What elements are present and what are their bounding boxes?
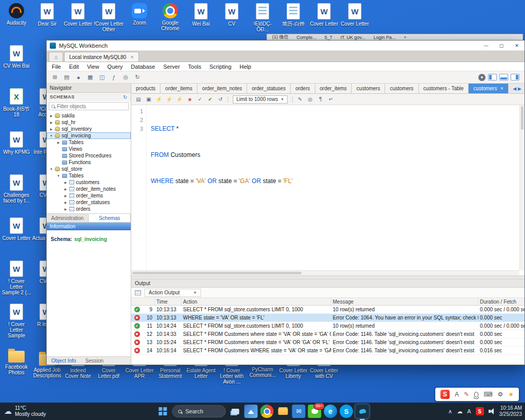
expander-icon[interactable] — [56, 141, 60, 144]
background-window-tab[interactable]: IT. UK gov... — [340, 35, 365, 40]
desktop-icon[interactable]: CV Wei Bai — [1, 44, 32, 87]
start-button[interactable] — [156, 405, 170, 418]
beautify-icon[interactable]: ✎ — [295, 95, 305, 104]
menu-item[interactable]: Scripting — [206, 64, 236, 70]
expander-icon[interactable] — [49, 168, 53, 171]
handwriting-icon[interactable]: ✎ — [464, 391, 469, 398]
execute-current-icon[interactable]: ⚡ — [165, 95, 174, 104]
toolbox-icon[interactable]: ⚙ — [497, 391, 503, 398]
close-icon[interactable]: ✕ — [500, 86, 503, 91]
task-view-button[interactable] — [229, 405, 242, 418]
background-window-tab[interactable]: 5_7 — [325, 35, 332, 40]
clock[interactable]: 10:16 AM 3/25/2023 — [499, 405, 522, 417]
photos-icon[interactable] — [245, 405, 258, 418]
output-panel-toggle-icon[interactable] — [499, 74, 508, 81]
column-header-action[interactable]: Action — [181, 298, 331, 305]
query-tab[interactable]: customers - Table ✕ — [419, 84, 469, 93]
expander-icon[interactable] — [56, 174, 60, 177]
expander-icon[interactable] — [49, 127, 53, 131]
toggle-autocommit-icon[interactable]: ✓ — [195, 95, 205, 104]
query-tab[interactable]: order_item_notes ✕ — [197, 84, 247, 93]
query-tab[interactable]: customers ✕ — [385, 84, 418, 93]
query-tab[interactable]: customers ✕ — [352, 84, 385, 93]
desktop-icon[interactable]: Facebook Photos — [1, 346, 32, 389]
connection-tab[interactable]: Local instance MySQL80 ✕ — [64, 52, 139, 62]
panel-splitter[interactable] — [131, 275, 524, 279]
volume-icon[interactable] — [489, 408, 495, 414]
menu-item[interactable]: Edit — [65, 64, 83, 70]
expander-icon[interactable] — [49, 114, 53, 117]
desktop-icon[interactable]: ! Cover Letter Sample 2 (... — [1, 259, 32, 303]
menu-item[interactable]: Tools — [184, 64, 206, 70]
rollback-icon[interactable]: ↺ — [216, 95, 225, 104]
schema-tree-item[interactable]: Views — [47, 146, 131, 152]
desktop-icon[interactable]: Google Chrome — [155, 2, 186, 45]
schema-tree-item[interactable]: order_item_notes — [47, 186, 131, 192]
open-script-icon[interactable]: ▤ — [134, 95, 143, 104]
menu-item[interactable]: Help — [235, 64, 255, 70]
title-bar[interactable]: MySQL Workbench — ▢ ✕ — [47, 41, 524, 51]
wrap-icon[interactable]: ↵ — [326, 95, 335, 104]
query-tab[interactable]: order_statuses ✕ — [247, 84, 291, 93]
mail-icon[interactable]: ✉ — [292, 405, 306, 418]
menu-item[interactable]: View — [83, 64, 104, 70]
query-tab[interactable]: products ✕ — [131, 84, 160, 93]
keyboard-icon[interactable]: ⌨ — [483, 391, 492, 398]
sogou-logo[interactable]: S — [440, 390, 450, 399]
schema-tree-item[interactable]: sakila — [47, 112, 131, 119]
language-indicator[interactable]: A — [467, 408, 471, 414]
schema-tree-item[interactable]: order_items — [47, 192, 131, 199]
sogou-tray-icon[interactable]: S — [476, 407, 484, 415]
weather-widget[interactable]: ☁ 11°C Mostly cloudy — [4, 403, 46, 420]
background-window-tab[interactable]: Login Pa... — [373, 35, 395, 40]
desktop-icon[interactable]: Wei Bai — [186, 2, 216, 45]
sidebar-toggle-icon[interactable] — [488, 74, 497, 81]
desktop-icon[interactable]: Cover Letter — [63, 2, 93, 45]
maximize-button[interactable]: ▢ — [494, 41, 509, 50]
expander-icon[interactable] — [64, 201, 68, 204]
query-tab[interactable]: customers ✕ — [469, 84, 509, 93]
explain-icon[interactable]: ⚡ — [175, 95, 184, 104]
file-explorer-icon[interactable] — [276, 405, 290, 418]
mic-icon[interactable] — [474, 392, 478, 397]
ime-mode-icon[interactable]: A — [455, 391, 459, 398]
skype-icon[interactable]: S — [340, 405, 353, 418]
menu-item[interactable]: Server — [159, 64, 184, 70]
filter-objects-input[interactable] — [57, 104, 126, 109]
expander-icon[interactable] — [64, 181, 68, 184]
schema-tree-item[interactable]: sql_hr — [47, 119, 131, 126]
new-routine-icon[interactable]: ƒ — [109, 73, 119, 82]
invisibles-icon[interactable]: ¶ — [316, 95, 325, 104]
output-row[interactable]: 13 10:15:24 SELECT * FROM Customers wher… — [131, 338, 524, 347]
query-tab[interactable]: order_items ✕ — [160, 84, 197, 93]
vertical-scrollbar[interactable] — [519, 105, 524, 270]
output-row[interactable]: 14 10:16:14 SELECT * FROM Customers WHER… — [131, 347, 524, 355]
column-header-duration[interactable]: Duration / Fetch — [478, 298, 524, 305]
sidebar-bottom-tab[interactable]: Object Info — [47, 358, 80, 364]
wechat-icon[interactable]: 99+ — [308, 405, 321, 418]
chrome-icon[interactable] — [260, 405, 274, 418]
query-tab[interactable]: orders ✕ — [291, 84, 315, 93]
output-row[interactable]: 9 10:13:13 SELECT * FROM sql_store.custo… — [131, 306, 524, 314]
expander-icon[interactable] — [64, 194, 68, 197]
save-script-icon[interactable]: ▣ — [144, 95, 153, 104]
open-sql-script-icon[interactable]: ▤ — [62, 73, 72, 82]
schema-tree-item[interactable]: customers — [47, 179, 131, 186]
minimize-button[interactable]: — — [478, 41, 494, 50]
hidden-icons-chevron[interactable]: ∧ — [448, 408, 452, 415]
execute-icon[interactable]: ⚡ — [154, 95, 164, 104]
output-row[interactable]: 12 10:14:33 SELECT * FROM Customers wher… — [131, 330, 524, 338]
query-tab[interactable]: order_items ✕ — [315, 84, 352, 93]
background-window-tab[interactable]: + — [403, 35, 406, 40]
desktop-icon[interactable]: ! Cover Letter Sample — [1, 303, 32, 346]
mysql-workbench-icon[interactable] — [356, 405, 369, 418]
horizontal-scrollbar[interactable] — [131, 270, 519, 275]
schema-tree-item[interactable]: Stored Procedures — [47, 152, 131, 159]
edge-icon[interactable]: e — [324, 405, 337, 418]
expander-icon[interactable] — [49, 121, 53, 124]
sidebar-bottom-tab[interactable]: Session — [80, 358, 108, 364]
desktop-icon[interactable]: Cover Letter — [1, 216, 32, 259]
schema-tree-item[interactable]: Tables — [47, 172, 131, 179]
expander-icon[interactable] — [64, 187, 68, 191]
schema-tree-item[interactable]: order_statuses — [47, 199, 131, 206]
